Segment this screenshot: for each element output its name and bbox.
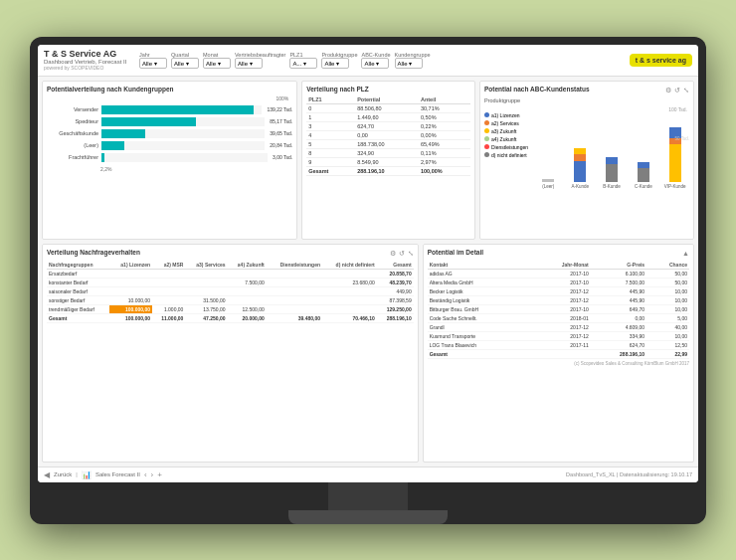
row-code-sache: Code Sache Schnellt. 2018-01 0,00 5,00 [428,313,689,322]
bar-container-geschaeftskunde [101,129,265,138]
row-bitburger: Bitburger Brau. GmbH 2017-10 649,70 10,0… [428,304,689,313]
top-charts-row: Potentialverteilung nach Kundengruppen 1… [42,81,694,240]
legend-label-dl: Dienstleistungen [491,144,528,150]
filter-produkt-value[interactable]: Alle ▾ [321,58,349,69]
legend-lizenzen: a1) Lizenzen [484,112,528,118]
col-gesamt: Gesamt [377,261,414,270]
legend-services: a3) Zukunft [484,128,528,134]
filter-icon[interactable]: ⚙ [665,87,671,94]
col-msr: a2) MSR [152,261,185,270]
expand-icon[interactable]: ⤡ [683,87,689,94]
main-content: Potentialverteilung nach Kundengruppen 1… [38,77,698,467]
monitor-stand [38,482,698,524]
abc-subtitle: Produktgruppe [484,97,689,103]
tab-icon[interactable]: 📊 [82,470,92,479]
filter-quartal-value[interactable]: Alle ▾ [171,58,199,69]
plz-col-potential: Potential [355,95,419,104]
nachfrage-expand-icon[interactable]: ⤡ [408,250,414,258]
filter-abc-value[interactable]: Alle ▾ [361,58,389,69]
row-konstanter: konstanter Bedarf 7.500,00 23.680,00 48.… [47,278,414,286]
abc-segment-c2 [638,168,649,182]
col-g-preis: G-Preis [591,261,646,270]
tab-label[interactable]: Sales Forecast II [95,471,140,477]
legend-zukunft: a4) Zukunft [484,136,528,142]
col-zukunft: a4) Zukunft [228,261,267,270]
bar-row-leer: (Leer) 20,84 Tsd. [47,141,292,150]
back-label[interactable]: Zurück [54,471,72,477]
add-page[interactable]: + [157,470,162,479]
row-log-trans: LOG Trans Blasevich 2017-11 624,70 12,50 [428,340,689,349]
footer-bar: ◀ Zurück | 📊 Sales Forecast II ‹ › + Das… [38,467,698,482]
nachfrage-filter-icon[interactable]: ⚙ [390,250,396,258]
plz-row-3: 3624,700,22% [306,121,470,130]
abc-bar-leer [534,112,563,182]
legend-dienstleistungen: Dienstleistungen [484,144,528,150]
plz-col-anteil: Anteil [419,95,470,104]
abc-bar-bkunde [598,112,627,182]
stand-neck [328,482,408,510]
filter-kunden-value[interactable]: Alle ▾ [395,58,423,69]
filter-jahr-value[interactable]: Alle ▾ [139,58,167,69]
filter-quartal-label: Quartal [171,52,189,58]
abc-y-50: 50 Tsd. [675,136,689,141]
row-trendmaessiger: trendmäßiger Bedarf 100.000,00 1.000,00 … [47,304,414,313]
plz-table: PLZ1 Potential Anteil 088.506,8030,71% 1… [306,95,470,176]
legend-label-zukunft: a4) Zukunft [491,136,516,142]
col-services: a3) Services [185,261,227,270]
filter-monat-value[interactable]: Alle ▾ [203,58,231,69]
col-kontakt: Kontakt [428,261,531,270]
nachfrage-icons: ⚙ ↺ ⤡ [390,250,414,258]
bar-fill-spediteur [101,117,196,126]
filter-vertrieb-value[interactable]: Alle ▾ [235,58,263,69]
col-lizenzen: a1) Lizenzen [109,261,152,270]
abc-bars-container: 50 Tsd. [534,112,689,194]
row-gesamt: Gesamt 100.000,00 11.000,00 47.250,00 20… [47,313,414,322]
col-nachfragegruppen: Nachfragegruppen [47,261,109,270]
filter-abc-label: ABC-Kunde [361,52,390,58]
row-altera: Altera Media GmbH 2017-10 7.500,00 50,00 [428,278,689,286]
potential-icons: ▲ [682,250,689,257]
filter-kunden-label: Kundengruppe [395,52,431,58]
dashboard: T & S Service AG Dashboard Vertrieb, For… [38,45,698,482]
row-kusmund: Kusmund Transporte 2017-12 334,90 10,00 [428,331,689,340]
filter-monat[interactable]: Monat Alle ▾ [203,52,231,69]
filter-abc[interactable]: ABC-Kunde Alle ▾ [361,52,390,69]
filter-jahr-label: Jahr [139,52,150,58]
nav-divider: | [76,471,78,477]
bar-value-versender: 139,22 Tsd. [267,106,292,112]
nachfrage-title: Verteilung Nachfrageverhalten [47,249,140,256]
row-sonstiger: sonstiger Bedarf 10.000,00 31.500,00 87.… [47,295,414,304]
nachfrage-refresh-icon[interactable]: ↺ [399,250,405,258]
bar-row-spediteur: Spediteur 85,17 Tsd. [47,117,292,126]
potentialverteilung-title: Potentialverteilung nach Kundengruppen [47,86,292,93]
filter-produkt-label: Produktgruppe [321,52,357,58]
abc-segment-b1 [606,157,618,164]
filter-produkt[interactable]: Produktgruppe Alle ▾ [321,52,357,69]
filter-plz-value[interactable]: A... ▾ [289,58,317,69]
nachfrage-table: Nachfragegruppen a1) Lizenzen a2) MSR a3… [47,261,414,323]
row-grandl: Grandl 2017-12 4.609,00 40,00 [428,322,689,331]
bar-container-spediteur [101,117,265,126]
col-nicht-definiert: d) nicht definiert [322,261,377,270]
title-block: T & S Service AG Dashboard Vertrieb, For… [44,49,133,71]
row-bestaendig: Beständig Logistik 2017-12 445,90 10,00 [428,295,689,304]
next-page[interactable]: › [151,470,154,479]
bar-container-frachtfuehrer [101,153,268,162]
filter-vertrieb[interactable]: Vertriebsbeauftragter Alle ▾ [235,52,285,69]
filter-quartal[interactable]: Quartal Alle ▾ [171,52,199,69]
bar-container-leer [101,141,265,150]
col-dienstleistungen: Dienstleistungen [267,261,322,270]
panel-potential-detail: Potential im Detail ▲ Kontakt Jahr-Monat… [423,244,694,463]
potential-scroll-up[interactable]: ▲ [682,250,689,257]
bottom-charts-row: Verteilung Nachfrageverhalten ⚙ ↺ ⤡ Nach… [42,244,694,463]
panel-potentialverteilung: Potentialverteilung nach Kundengruppen 1… [42,81,297,240]
app-title: T & S Service AG [44,49,133,59]
filter-kunden[interactable]: Kundengruppe Alle ▾ [395,52,431,69]
filter-plz[interactable]: PLZ1 A... ▾ [289,52,317,69]
back-arrow[interactable]: ◀ [44,470,50,479]
refresh-icon[interactable]: ↺ [674,87,680,94]
abc-chart-area: a1) Lizenzen a2) Services a3) Zukunft [484,106,689,189]
bar-label-geschaeftskunde: Geschäftskunde [47,130,98,136]
filter-jahr[interactable]: Jahr Alle ▾ [139,52,167,69]
prev-page[interactable]: ‹ [144,470,147,479]
